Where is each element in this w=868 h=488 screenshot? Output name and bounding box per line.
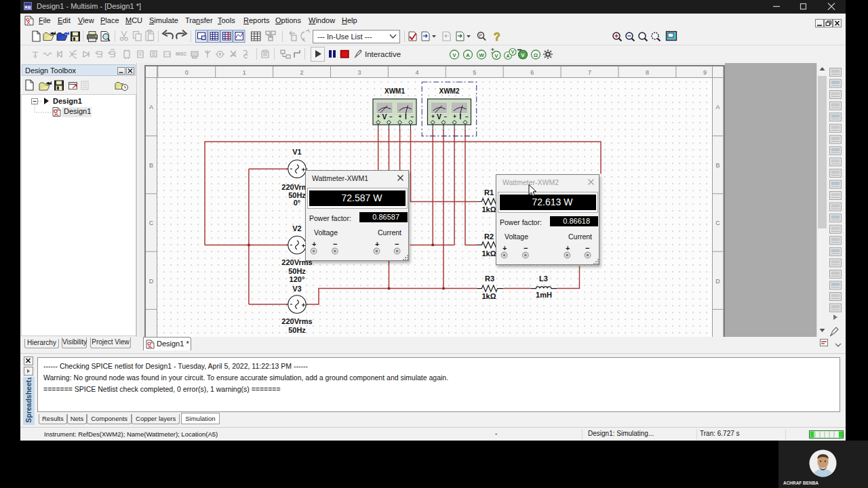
svg-text:1: 1	[243, 69, 246, 76]
svg-text:8: 8	[646, 69, 649, 76]
svg-text:−: −	[444, 113, 448, 120]
svg-text:−: −	[411, 113, 414, 120]
svg-text:V: V	[382, 113, 387, 121]
svg-text:V2: V2	[292, 224, 301, 232]
svg-text:I: I	[405, 113, 407, 121]
svg-text:D: D	[715, 278, 720, 285]
svg-text:W: W	[479, 52, 484, 58]
svg-text:V: V	[494, 53, 498, 59]
svg-text:V3: V3	[292, 285, 301, 293]
svg-text:?: ?	[494, 31, 500, 43]
svg-text:B: B	[149, 162, 153, 169]
svg-text:7: 7	[588, 69, 591, 76]
svg-text:V: V	[437, 113, 441, 121]
svg-text:I: I	[460, 113, 462, 121]
svg-text:B: B	[715, 162, 719, 169]
svg-text:V: V	[521, 52, 525, 58]
svg-text:C: C	[149, 220, 154, 226]
svg-text:0: 0	[185, 69, 189, 76]
svg-text:50Hz: 50Hz	[288, 267, 306, 275]
svg-text:120°: 120°	[290, 275, 305, 283]
svg-text:220Vrms: 220Vrms	[281, 317, 312, 325]
svg-text:1mH: 1mH	[536, 291, 552, 299]
svg-text:9: 9	[703, 69, 707, 76]
svg-text:A: A	[466, 52, 470, 58]
svg-text:R1: R1	[484, 188, 494, 197]
svg-text:Interactive: Interactive	[365, 50, 401, 58]
svg-text:0°: 0°	[294, 199, 301, 207]
svg-text:A: A	[149, 104, 153, 110]
svg-text:6: 6	[530, 69, 534, 76]
svg-text:L3: L3	[539, 274, 548, 283]
svg-text:C: C	[715, 220, 720, 226]
svg-text:V: V	[452, 52, 456, 58]
svg-text:1kΩ: 1kΩ	[481, 249, 496, 258]
svg-text:−: −	[465, 113, 469, 120]
svg-text:XWM1: XWM1	[384, 87, 405, 95]
svg-text:V: V	[511, 49, 515, 54]
svg-text:1kΩ: 1kΩ	[481, 292, 496, 300]
svg-text:D: D	[149, 278, 154, 285]
svg-text:MISC: MISC	[176, 52, 187, 56]
svg-text:A: A	[506, 54, 509, 58]
svg-text:P: P	[479, 33, 483, 38]
svg-text:+: +	[399, 113, 402, 120]
svg-text:+: +	[431, 113, 435, 120]
svg-text:50Hz: 50Hz	[288, 191, 306, 199]
svg-text:2: 2	[300, 69, 304, 76]
svg-text:4: 4	[415, 69, 418, 76]
svg-text:Ω: Ω	[534, 52, 538, 58]
svg-text:XWM2: XWM2	[439, 87, 460, 95]
svg-text:R2: R2	[484, 232, 494, 241]
svg-text:A: A	[715, 104, 719, 110]
svg-text:1kΩ: 1kΩ	[481, 205, 496, 214]
svg-text:5: 5	[473, 69, 476, 76]
svg-text:3: 3	[357, 69, 361, 76]
svg-text:--- In-Use List ---: --- In-Use List ---	[317, 33, 372, 41]
svg-text:50Hz: 50Hz	[288, 326, 306, 334]
svg-text:+: +	[377, 113, 380, 120]
svg-text:V1: V1	[292, 148, 301, 156]
svg-text:+: +	[453, 113, 456, 120]
svg-text:ACHRAF BENBA: ACHRAF BENBA	[783, 480, 819, 486]
svg-text:R3: R3	[485, 274, 494, 283]
svg-text:−: −	[389, 113, 393, 120]
